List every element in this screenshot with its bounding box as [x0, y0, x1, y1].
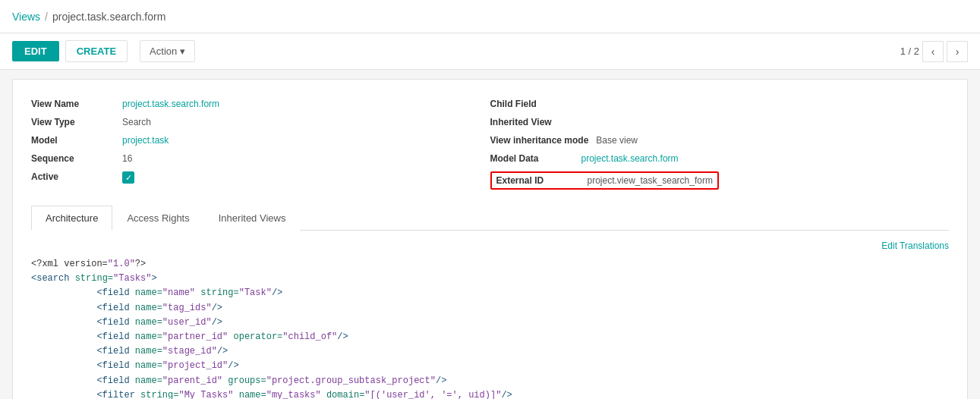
view-type-row: View Type Search	[31, 113, 490, 131]
sequence-row: Sequence 16	[31, 149, 490, 168]
action-chevron-icon: ▾	[180, 46, 185, 57]
external-id-highlight: External ID project.view_task_search_for…	[490, 171, 719, 190]
view-name-value[interactable]: project.task.search.form	[122, 99, 219, 109]
code-line-7: <field name="project_id"/>	[31, 359, 949, 373]
tab-inherited-views[interactable]: Inherited Views	[204, 206, 301, 231]
model-value[interactable]: project.task	[122, 135, 169, 146]
code-line-0: <?xml version="1.0"?>	[31, 257, 949, 272]
action-label: Action	[150, 46, 177, 57]
model-label: Model	[31, 135, 115, 146]
child-field-row: Child Field	[490, 95, 950, 113]
sequence-value: 16	[122, 153, 132, 164]
breadcrumb: Views / project.task.search.form	[12, 11, 165, 23]
external-id-label: External ID	[496, 175, 580, 186]
view-inheritance-label: View inheritance mode	[490, 135, 589, 146]
toolbar: EDIT CREATE Action ▾ 1 / 2 ‹ ›	[0, 33, 980, 70]
tabs: Architecture Access Rights Inherited Vie…	[31, 206, 949, 231]
inherited-view-label: Inherited View	[490, 117, 574, 127]
edit-translations: Edit Translations	[31, 240, 949, 251]
right-col: Child Field Inherited View View inherita…	[490, 95, 950, 193]
code-line-1: <search string="Tasks">	[31, 272, 949, 286]
pagination-text: 1 / 2	[900, 46, 919, 57]
main-content: View Name project.task.search.form View …	[0, 70, 980, 399]
code-line-5: <field name="partner_id" operator="child…	[31, 330, 949, 344]
code-block: <?xml version="1.0"?> <search string="Ta…	[31, 257, 949, 399]
fields-grid: View Name project.task.search.form View …	[31, 95, 949, 193]
active-row: Active ✓	[31, 168, 490, 187]
active-label: Active	[31, 171, 115, 182]
left-col: View Name project.task.search.form View …	[31, 95, 490, 193]
tab-access-rights[interactable]: Access Rights	[112, 206, 203, 231]
breadcrumb-current: project.task.search.form	[52, 11, 165, 23]
edit-translations-link[interactable]: Edit Translations	[881, 240, 949, 251]
active-checkbox[interactable]: ✓	[122, 171, 134, 184]
model-data-label: Model Data	[490, 153, 574, 164]
model-row: Model project.task	[31, 131, 490, 149]
action-button[interactable]: Action ▾	[140, 40, 195, 62]
create-button[interactable]: CREATE	[65, 40, 128, 62]
code-line-2: <field name="name" string="Task"/>	[31, 286, 949, 300]
code-line-6: <field name="stage_id"/>	[31, 344, 949, 359]
view-type-value: Search	[122, 117, 151, 127]
code-line-8: <field name="parent_id" groups="project.…	[31, 374, 949, 388]
view-type-label: View Type	[31, 117, 115, 127]
model-data-row: Model Data project.task.search.form	[490, 149, 950, 168]
breadcrumb-views-link[interactable]: Views	[12, 11, 40, 23]
child-field-label: Child Field	[490, 99, 574, 109]
prev-button[interactable]: ‹	[922, 41, 944, 62]
top-bar: Views / project.task.search.form	[0, 0, 980, 33]
view-name-row: View Name project.task.search.form	[31, 95, 490, 113]
external-id-row: External ID project.view_task_search_for…	[490, 168, 950, 193]
code-line-3: <field name="tag_ids"/>	[31, 301, 949, 316]
pagination: 1 / 2 ‹ ›	[900, 41, 968, 62]
form-card: View Name project.task.search.form View …	[12, 79, 968, 399]
view-inheritance-value: Base view	[596, 135, 638, 146]
model-data-value[interactable]: project.task.search.form	[581, 153, 679, 164]
inherited-view-row: Inherited View	[490, 113, 950, 131]
code-line-9: <filter string="My Tasks" name="my_tasks…	[31, 388, 949, 399]
edit-button[interactable]: EDIT	[12, 41, 59, 61]
tab-architecture[interactable]: Architecture	[31, 206, 112, 231]
external-id-value: project.view_task_search_form	[588, 175, 713, 186]
view-inheritance-row: View inheritance mode Base view	[490, 131, 950, 149]
breadcrumb-separator: /	[45, 11, 48, 23]
sequence-label: Sequence	[31, 153, 115, 164]
view-name-label: View Name	[31, 99, 115, 109]
code-line-4: <field name="user_id"/>	[31, 316, 949, 330]
next-button[interactable]: ›	[947, 41, 968, 62]
